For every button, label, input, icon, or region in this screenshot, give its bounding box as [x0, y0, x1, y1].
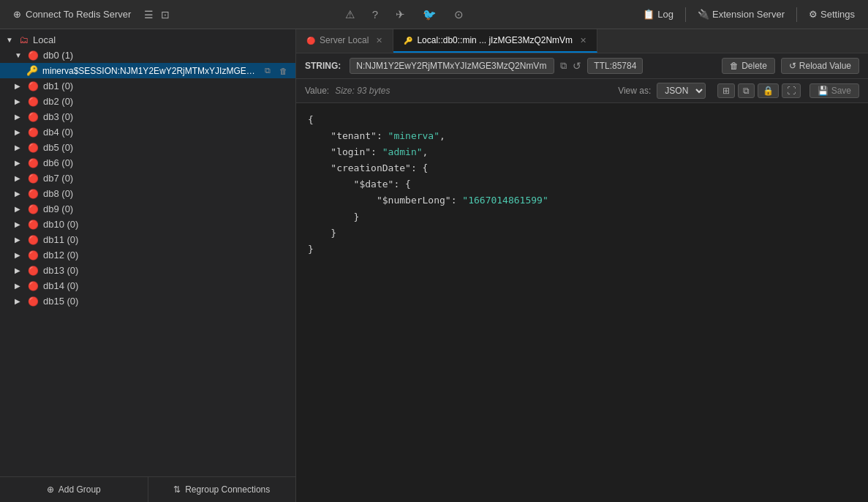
tab-key-view[interactable]: 🔑 Local::db0::min ... jIzMGE3MzQ2NmVm ✕	[393, 29, 597, 53]
sidebar-item-key[interactable]: 🔑 minerva$SESSION:NJM1Y2EwY2RjMTMxYJIzMG…	[0, 63, 295, 78]
settings-icon: ⚙	[809, 9, 818, 20]
tabs-bar: 🔴 Server Local ✕ 🔑 Local::db0::min ... j…	[296, 29, 868, 53]
sidebar-item-db1[interactable]: ▶ 🔴 db1 (0)	[0, 78, 295, 94]
log-label: Log	[657, 9, 673, 20]
layout-icon[interactable]: ⊡	[159, 7, 171, 22]
arrow-right-icon-db11: ▶	[15, 236, 23, 244]
sidebar-item-db7[interactable]: ▶ 🔴 db7 (0)	[0, 171, 295, 186]
sidebar-item-db5[interactable]: ▶ 🔴 db5 (0)	[0, 140, 295, 155]
sidebar-item-db4[interactable]: ▶ 🔴 db4 (0)	[0, 124, 295, 140]
key-input[interactable]	[350, 58, 554, 74]
sidebar-item-db13[interactable]: ▶ 🔴 db13 (0)	[0, 263, 295, 278]
twitter-icon[interactable]: 🐦	[420, 7, 439, 23]
db6-label: db6 (0)	[43, 157, 290, 168]
db5-label: db5 (0)	[43, 142, 290, 153]
db-icon-db6: 🔴	[28, 158, 39, 168]
key-label: minerva$SESSION:NJM1Y2EwY2RjMTMxYJIzMGE3…	[42, 66, 258, 76]
sidebar-item-db2[interactable]: ▶ 🔴 db2 (0)	[0, 94, 295, 109]
sidebar-item-db11[interactable]: ▶ 🔴 db11 (0)	[0, 232, 295, 247]
add-group-btn[interactable]: ⊕ Add Group	[0, 477, 148, 502]
arrow-right-icon-db8: ▶	[15, 190, 23, 198]
sidebar-item-db15[interactable]: ▶ 🔴 db15 (0)	[0, 293, 295, 309]
json-line-9: }	[308, 241, 856, 258]
menu-list-icon[interactable]: ☰	[143, 7, 155, 22]
db-icon: 🔴	[28, 50, 39, 61]
tab-server-local[interactable]: 🔴 Server Local ✕	[296, 29, 393, 53]
lock-btn[interactable]: 🔒	[758, 83, 779, 98]
key-refresh-icon[interactable]: ↺	[573, 60, 581, 72]
close-tab-server-local[interactable]: ✕	[376, 36, 382, 45]
help-icon[interactable]: ?	[369, 7, 381, 22]
delete-btn[interactable]: 🗑 Delete	[722, 58, 775, 74]
sidebar-tree: ▼ 🗂 Local ▼ 🔴 db0 (1) 🔑 minerva$SESSION:…	[0, 29, 295, 476]
arrow-right-icon-db9: ▶	[15, 205, 23, 213]
arrow-right-icon-db14: ▶	[15, 282, 23, 290]
sidebar-item-db14[interactable]: ▶ 🔴 db14 (0)	[0, 278, 295, 293]
delete-label: Delete	[741, 61, 767, 71]
db-icon-db14: 🔴	[28, 281, 39, 291]
db-icon-db7: 🔴	[28, 173, 39, 184]
json-line-7: }	[308, 209, 856, 225]
arrow-right-icon-db4: ▶	[15, 128, 23, 136]
plus-icon: ⊕	[47, 484, 54, 495]
extension-server-btn[interactable]: 🔌 Extension Server	[692, 6, 790, 23]
view-icons: ⊞ ⧉ 🔒 ⛶	[717, 83, 801, 98]
settings-btn[interactable]: ⚙ Settings	[803, 6, 861, 23]
sidebar-item-db12[interactable]: ▶ 🔴 db12 (0)	[0, 247, 295, 263]
log-btn[interactable]: 📋 Log	[637, 6, 679, 23]
db-icon-db13: 🔴	[28, 266, 39, 276]
sidebar-item-db3[interactable]: ▶ 🔴 db3 (0)	[0, 109, 295, 124]
db3-label: db3 (0)	[43, 111, 290, 122]
value-label: Value:	[305, 86, 329, 96]
arrow-right-icon-db3: ▶	[15, 113, 23, 121]
format-icon-btn[interactable]: ⊞	[717, 83, 735, 98]
json-line-5: "$date": {	[308, 176, 856, 192]
telegram-icon[interactable]: ✈	[393, 7, 408, 23]
main-area: ▼ 🗂 Local ▼ 🔴 db0 (1) 🔑 minerva$SESSION:…	[0, 29, 868, 502]
arrow-right-icon-db13: ▶	[15, 266, 23, 274]
arrow-right-icon-db15: ▶	[15, 297, 23, 305]
extension-label: Extension Server	[712, 9, 785, 20]
json-line-6: "$numberLong": "1667014861599"	[308, 192, 856, 209]
db12-label: db12 (0)	[43, 250, 290, 261]
regroup-connections-btn[interactable]: ⇅ Regroup Connections	[148, 477, 296, 502]
db4-label: db4 (0)	[43, 127, 290, 138]
delete-icon[interactable]: 🗑	[277, 66, 290, 76]
arrow-right-icon-db6: ▶	[15, 159, 23, 167]
sidebar-item-db8[interactable]: ▶ 🔴 db8 (0)	[0, 186, 295, 201]
copy-key-icon[interactable]: ⧉	[560, 60, 567, 72]
sidebar-item-db6[interactable]: ▶ 🔴 db6 (0)	[0, 155, 295, 171]
copy-icon[interactable]: ⧉	[263, 65, 273, 76]
json-line-1: {	[308, 112, 856, 128]
key-tab-icon: 🔑	[404, 37, 412, 45]
db2-label: db2 (0)	[43, 96, 290, 107]
type-label: STRING:	[305, 61, 341, 71]
close-tab-key-view[interactable]: ✕	[580, 36, 586, 45]
save-btn[interactable]: 💾 Save	[809, 83, 859, 98]
warning-icon[interactable]: ⚠	[342, 7, 358, 23]
sidebar-item-db0[interactable]: ▼ 🔴 db0 (1)	[0, 48, 295, 63]
copy-value-btn[interactable]: ⧉	[738, 83, 755, 98]
connect-label: Connect To Redis Server	[26, 9, 131, 20]
db7-label: db7 (0)	[43, 173, 290, 184]
reload-icon: ↺	[789, 61, 796, 71]
sidebar-root-local[interactable]: ▼ 🗂 Local	[0, 32, 295, 48]
arrow-right-icon-db10: ▶	[15, 220, 23, 228]
sidebar-item-db9[interactable]: ▶ 🔴 db9 (0)	[0, 201, 295, 217]
log-icon: 📋	[643, 9, 654, 20]
server-tab-icon: 🔴	[306, 37, 315, 45]
view-as-select[interactable]: JSON Text Hex	[657, 83, 706, 99]
db-icon-db5: 🔴	[28, 143, 39, 153]
github-icon[interactable]: ⊙	[451, 7, 467, 23]
json-line-4: "creationDate": {	[308, 160, 856, 176]
json-editor[interactable]: { "tenant": "minerva", "login": "admin",…	[296, 103, 868, 502]
expand-btn[interactable]: ⛶	[782, 83, 801, 98]
db10-label: db10 (0)	[43, 219, 290, 230]
json-line-2: "tenant": "minerva",	[308, 128, 856, 144]
divider	[685, 7, 686, 22]
regroup-icon: ⇅	[173, 484, 181, 495]
reload-value-btn[interactable]: ↺ Reload Value	[781, 58, 859, 74]
topbar: ⊕ Connect To Redis Server ☰ ⊡ ⚠ ? ✈ 🐦 ⊙ …	[0, 0, 868, 29]
sidebar-item-db10[interactable]: ▶ 🔴 db10 (0)	[0, 217, 295, 232]
connect-redis-btn[interactable]: ⊕ Connect To Redis Server	[7, 6, 137, 23]
